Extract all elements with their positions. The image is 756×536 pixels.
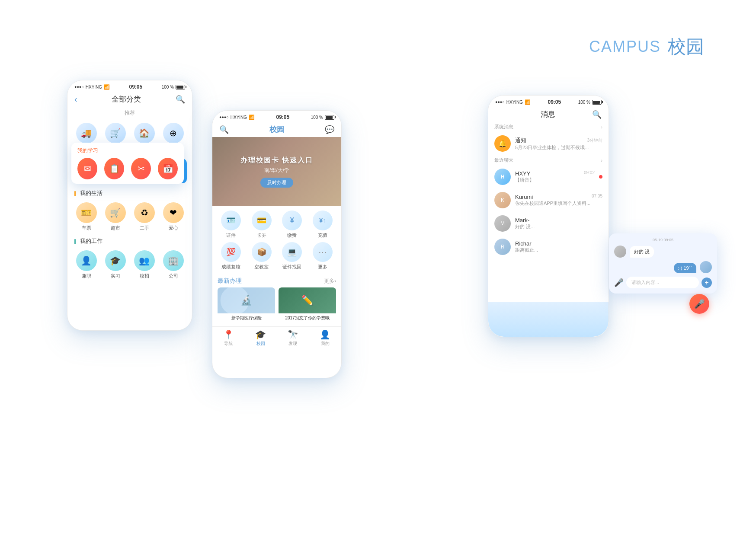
campus-recruit-label: 校招 [140,273,149,279]
classroom-icon: 📦 [252,242,272,262]
campus-hero-banner[interactable]: 办理校园卡 快速入口 南/华/大/学 及时办理 [212,137,341,206]
chat-bubble-right: :·) 19`` [674,263,696,273]
campus-icon-topup[interactable]: ¥↑ 充值 [309,211,336,239]
icon-secondhand[interactable]: ♻ 二手 [132,202,156,231]
chat-item-kurumi[interactable]: K Kurumi 07:05 你先在校园通APP里填写个人资料... [488,188,609,212]
notification-item[interactable]: 🔔 通知 3分钟前 5月23日毕业生体检，过期不候哦... [488,132,609,155]
parttime-icon: 👤 [76,250,97,271]
status-bar-3: ●●●○ HXYING 📶 09:05 100 % [488,96,609,107]
campus-icon-classroom[interactable]: 📦 空教室 [248,242,275,270]
time-2: 09:05 [276,114,290,120]
campus-icon-pay[interactable]: ¥ 缴费 [279,211,306,239]
chat-bubble-left: 好的 没 [630,246,654,258]
news-card-insurance[interactable]: 🔬 新学期医疗保险 [218,287,275,323]
hxyy-name: HXYY [515,170,530,177]
sys-msg-label: 系统消息 [494,124,513,130]
life-icons-grid: 🎫 车票 🛒 超市 ♻ 二手 ❤ 爱心 [67,199,192,235]
campus-icon-more[interactable]: ⋯ 更多 [309,242,336,270]
chat-item-hxyy[interactable]: H HXYY 09:02 【语音】 [488,165,609,188]
study-icon-mail[interactable]: ✉ [77,158,97,179]
recent-chat-label: 最近聊天 [494,157,513,163]
internship-label: 实习 [111,273,120,279]
discover-icon: 🔭 [288,329,298,340]
icon-internship[interactable]: 🎓 实习 [103,250,127,279]
icon-parttime[interactable]: 👤 兼职 [74,250,98,279]
news-card-tuition[interactable]: ✏️ 2017别忘了你的学费哦 [279,287,336,323]
campus-icons-grid: 🪪 证件 💳 卡券 ¥ 缴费 ¥↑ 充值 💯 成绩复核 📦 空教室 💻 证件找回 [212,206,341,274]
recent-chat-section: 最近聊天 › [488,155,609,165]
chat-input-row: 🎤 请输入内容... + [614,277,712,288]
battery-label-2: 100 % [311,115,323,120]
search-button-1[interactable]: 🔍 [176,95,185,104]
phone-campus-main: ●●●○ HXYING 📶 09:05 100 % 🔍 校园 💬 办理校园卡 快… [212,110,342,378]
study-icon-scissors[interactable]: ✂ [131,158,151,179]
message-icon[interactable]: 💬 [325,125,334,134]
back-button-1[interactable]: ‹ [74,94,77,104]
lost-id-label: 证件找回 [282,264,301,270]
campus-icon-lost-id[interactable]: 💻 证件找回 [279,242,306,270]
campus-icon-card[interactable]: 💳 卡券 [248,211,275,239]
nav-item-guide[interactable]: 📍 导航 [223,329,234,347]
nav-item-profile[interactable]: 👤 我的 [320,329,330,347]
chat-add-button[interactable]: + [702,278,712,288]
study-icon-notes[interactable]: 📋 [104,158,124,179]
icon-supermarket[interactable]: 🛒 超市 [103,202,127,231]
campus-nav-icon: 🎓 [255,329,266,340]
status-bar-1: ●●●○ HXYING 📶 09:05 100 % [67,80,192,92]
time-1: 09:05 [129,84,143,90]
hero-button[interactable]: 及时办理 [260,178,293,188]
charity-label: 爱心 [169,225,178,231]
msg-search-icon[interactable]: 🔍 [592,110,602,119]
company-label: 公司 [169,273,178,279]
grades-label: 成绩复核 [221,264,240,270]
kuaidi-icon: 🚚 [76,123,97,144]
kurumi-name: Kurumi [515,194,533,200]
icon-ticket[interactable]: 🎫 车票 [74,202,98,231]
sys-msg-section: 系统消息 › [488,122,609,132]
more-link[interactable]: 更多› [324,278,336,285]
wifi-1: 📶 [104,84,110,90]
work-section-header: 我的工作 [67,235,192,247]
chat-input-placeholder: 请输入内容... [631,280,659,285]
time-3: 09:05 [548,99,561,105]
nav-item-campus[interactable]: 🎓 校园 [255,329,266,347]
id-label: 证件 [226,232,236,239]
phone-messages: ●●●○ HXYING 📶 09:05 100 % 消息 🔍 系统消息 › 🔔 … [488,95,609,337]
campus-search-icon[interactable]: 🔍 [219,125,229,134]
hxyy-time: 09:02 [584,170,595,177]
chat-item-mark[interactable]: M Mark- 好的 没... [488,212,609,235]
hxyy-unread-dot [599,175,602,179]
mic-button[interactable]: 🎤 [689,294,709,314]
nav-item-discover[interactable]: 🔭 发现 [288,329,298,347]
mark-name: Mark- [515,217,529,223]
news-grid: 🔬 新学期医疗保险 ✏️ 2017别忘了你的学费哦 [212,287,341,326]
chat-avatar-left [614,246,626,258]
chat-item-richard[interactable]: R Richar 距离截止... [488,235,609,258]
chat-avatar-right [700,261,712,273]
guide-icon: 📍 [223,329,234,340]
notification-title: 通知 [515,137,526,144]
status-bar-2: ●●●○ HXYING 📶 09:05 100 % [212,111,341,122]
id-icon: 🪪 [221,211,241,230]
icon-campus-recruit[interactable]: 👥 校招 [132,250,156,279]
icon-company[interactable]: 🏢 公司 [161,250,185,279]
bottom-nav-bar: 📍 导航 🎓 校园 🔭 发现 👤 我的 [212,326,341,350]
topup-icon: ¥↑ [313,211,333,230]
campus-en-label: CAMPUS [589,38,661,56]
messages-page-title: 消息 [504,109,592,119]
blue-wave-decoration [488,302,609,337]
campus-nav-label: 校园 [256,341,265,347]
supermarket-icon: 🛒 [105,202,126,223]
kurumi-preview: 你先在校园通APP里填写个人资料... [515,200,602,207]
campus-icon-grades[interactable]: 💯 成绩复核 [218,242,245,270]
hero-subtitle: 南/华/大/学 [264,167,289,174]
chat-input-field[interactable]: 请输入内容... [626,277,699,288]
campus-icon-id[interactable]: 🪪 证件 [218,211,245,239]
chat-mic-small-icon[interactable]: 🎤 [614,278,624,287]
mark-avatar: M [494,215,511,232]
study-icons-row: ✉ 📋 ✂ 📅 [77,158,178,179]
richard-avatar: R [494,239,511,255]
secondhand-label: 二手 [140,225,149,231]
study-icon-calendar[interactable]: 📅 [158,158,178,179]
icon-charity[interactable]: ❤ 爱心 [161,202,185,231]
